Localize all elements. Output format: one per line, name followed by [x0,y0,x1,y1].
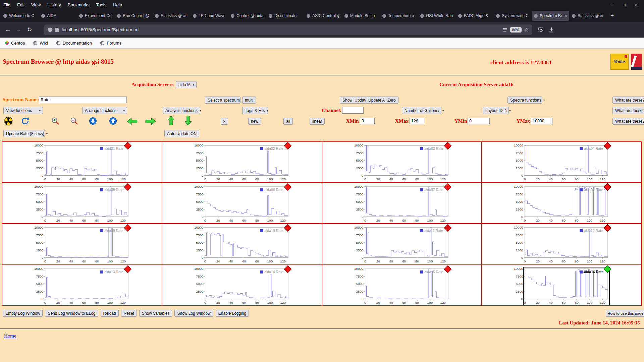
tab-fadc-align[interactable]: FADC Align & [456,11,493,21]
spectrum-cell-aida02[interactable]: 025005000750010000020406080100120aida02 … [162,141,322,183]
spectrum-cell-aida01[interactable]: 025005000750010000020406080100120aida01 … [2,141,162,183]
tab-control-aida[interactable]: Control @ aida [228,11,266,21]
all-button[interactable]: all [283,118,293,125]
tab-run-control[interactable]: Run Control @ [115,11,152,21]
arrange-functions-dropdown[interactable]: Arrange functions [82,107,127,114]
spectrum-chart-aida16[interactable]: 025005000750010000020406080100120aida16 … [482,265,641,306]
scroll-up-icon[interactable] [167,116,175,125]
spectrum-chart-aida05[interactable]: 025005000750010000020406080100120aida05 … [2,183,162,224]
zero-button[interactable]: Zero [385,97,398,104]
analysis-functions-dropdown[interactable]: Analysis functions [163,107,200,114]
spectrum-chart-aida04[interactable]: 025005000750010000020406080100120aida04 … [482,142,641,182]
scroll-down-icon[interactable] [184,116,192,125]
update-rate-dropdown[interactable]: Update Rate (8 secs) [3,130,45,137]
bookmark-forums[interactable]: Forums [100,41,121,46]
menu-help[interactable]: Help [110,2,125,7]
multi-button[interactable]: multi [242,97,256,104]
spectrum-chart-aida09[interactable]: 025005000750010000020406080100120aida09 … [2,224,162,264]
xmax-input[interactable] [410,118,424,124]
ymin-input[interactable] [468,118,490,124]
button-empty-log-window[interactable]: Empty Log Window [3,310,43,317]
bookmark-documentation[interactable]: Documentation [56,41,92,46]
layout-id-dropdown[interactable]: Layout ID=1 [483,107,509,114]
what-are-these-button-2[interactable]: What are these? [612,107,644,114]
xmin-input[interactable] [360,118,375,124]
tab-statistics-ai[interactable]: Statistics @ ai [153,11,190,21]
url-input[interactable]: localhost:8015/Spectrum/Spectrum.tml [62,27,500,32]
spectrum-cell-aida16[interactable]: 025005000750010000020406080100120aida16 … [482,265,642,306]
midas-logo[interactable]: Midas [610,54,629,70]
spectrum-chart-aida08[interactable]: 025005000750010000020406080100120aida08 … [482,183,641,224]
tab-temperature-a[interactable]: Temperature a [380,11,418,21]
spectrum-chart-aida03[interactable]: 025005000750010000020406080100120aida03 … [322,142,482,182]
page-info-icon[interactable] [55,27,59,32]
spectrum-chart-aida11[interactable]: 025005000750010000020406080100120aida11 … [322,224,482,264]
tab-asic-control[interactable]: ASIC Control @ [304,11,342,21]
tab-module-settin[interactable]: Module Settin [342,11,380,21]
select-spectrum-dropdown[interactable]: Select a spectrum [205,97,240,104]
spectrum-chart-aida07[interactable]: 025005000750010000020406080100120aida07 … [322,183,482,224]
downloads-icon[interactable] [548,27,554,33]
spectrum-cell-aida09[interactable]: 025005000750010000020406080100120aida09 … [2,224,162,265]
spectrum-cell-aida08[interactable]: 025005000750010000020406080100120aida08 … [482,183,642,224]
button-reset[interactable]: Reset [121,310,137,317]
compress-y-icon[interactable] [109,117,117,125]
tab-system-wide-c[interactable]: System wide C [494,11,531,21]
tab-discriminator[interactable]: Discriminator [266,11,304,21]
spectrum-chart-aida02[interactable]: 025005000750010000020406080100120aida02 … [162,142,322,182]
reader-mode-icon[interactable] [503,28,507,32]
view-functions-dropdown[interactable]: View functions [3,107,43,114]
spectrum-chart-aida13[interactable]: 025005000750010000020406080100120aida13 … [2,265,162,306]
auto-update-button[interactable]: Auto Update ON [164,130,199,137]
zoom-out-icon[interactable] [70,117,78,125]
refresh-cycle-icon[interactable] [21,117,30,125]
button-show-log-window[interactable]: Show Log Window [174,310,213,317]
zoom-level-button[interactable]: 80% [510,27,522,33]
menu-tools[interactable]: Tools [93,2,110,7]
maximize-icon[interactable]: □ [619,2,629,7]
spectrum-cell-aida15[interactable]: 025005000750010000020406080100120aida15 … [322,265,482,306]
tab-spectrum-br[interactable]: Spectrum Br× [532,11,569,21]
scroll-left-icon[interactable] [126,118,138,125]
new-tab-button[interactable]: + [607,11,617,20]
x-button[interactable]: x [221,118,228,125]
spectrum-chart-aida15[interactable]: 025005000750010000020406080100120aida15 … [322,265,482,306]
radiation-icon[interactable] [4,117,13,125]
shield-icon[interactable] [48,27,52,33]
what-are-these-button-3[interactable]: What are these? [612,118,644,125]
spectrum-cell-aida04[interactable]: 025005000750010000020406080100120aida04 … [482,141,642,183]
scroll-right-icon[interactable] [145,118,156,125]
bookmark-centos[interactable]: Centos [5,41,25,46]
number-of-galleries-dropdown[interactable]: Number of Galleries [402,107,441,114]
how-to-use-button[interactable]: How to use this page [606,310,644,317]
ymax-input[interactable] [531,118,552,124]
spectrum-name-input[interactable] [39,97,127,103]
spectrum-cell-aida03[interactable]: 025005000750010000020406080100120aida03 … [322,141,482,183]
spectrum-chart-aida12[interactable]: 025005000750010000020406080100120aida12 … [482,224,641,264]
menu-file[interactable]: File [0,2,14,7]
tags-fits-dropdown[interactable]: Tags & Fits [242,107,268,114]
spectrum-chart-aida06[interactable]: 025005000750010000020406080100120aida06 … [162,183,322,224]
spectrum-chart-aida01[interactable]: 025005000750010000020406080100120aida01 … [2,142,162,182]
menu-bookmarks[interactable]: Bookmarks [64,2,93,7]
tab-welcome-to-c[interactable]: Welcome to C [1,11,39,21]
channel-input[interactable] [342,107,364,114]
spectrum-cell-aida14[interactable]: 025005000750010000020406080100120aida14 … [162,265,322,306]
button-send-log-window-to-elog[interactable]: Send Log Window to ELog [45,310,98,317]
spectrum-chart-aida14[interactable]: 025005000750010000020406080100120aida14 … [162,265,322,306]
button-enable-logging[interactable]: Enable Logging [216,310,249,317]
bookmark-wiki[interactable]: Wiki [33,41,48,46]
new-button[interactable]: new [248,118,261,125]
spectrum-cell-aida07[interactable]: 025005000750010000020406080100120aida07 … [322,183,482,224]
tab-statistics-ai[interactable]: Statistics @ ai [570,11,607,21]
spectrum-cell-aida10[interactable]: 025005000750010000020406080100120aida10 … [162,224,322,265]
home-link[interactable]: Home [4,333,16,339]
menu-edit[interactable]: Edit [14,2,28,7]
tab-gsi-white-rab[interactable]: GSI White Rab [418,11,455,21]
bookmark-star-icon[interactable]: ☆ [524,27,529,33]
forward-button[interactable]: → [13,25,24,35]
button-show-variables[interactable]: Show Variables [139,310,172,317]
experiment-logo[interactable] [631,54,642,70]
minimize-icon[interactable]: – [607,2,617,7]
what-are-these-button-1[interactable]: What are these? [612,97,644,104]
